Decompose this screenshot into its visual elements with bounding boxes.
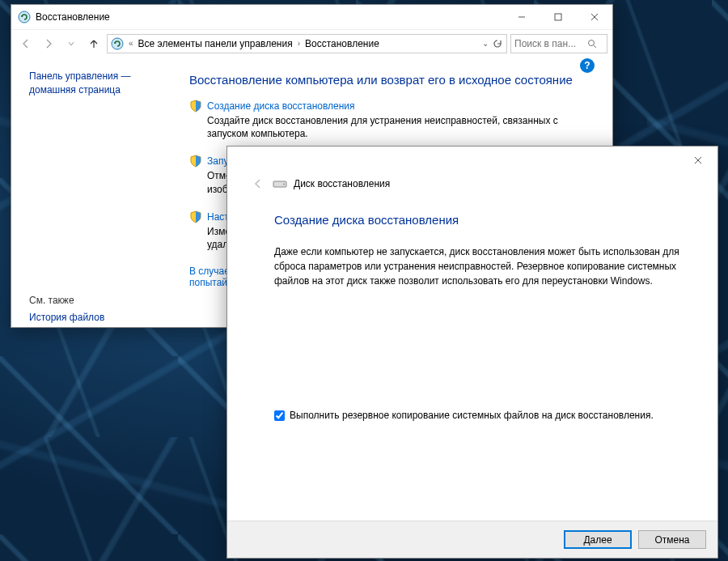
wizard-back-button[interactable] bbox=[250, 176, 266, 192]
control-panel-home-link[interactable]: Панель управления — домашняя страница bbox=[29, 70, 165, 97]
svg-point-0 bbox=[19, 11, 30, 23]
chevron-right-icon: › bbox=[298, 39, 300, 48]
section-link[interactable]: Наст bbox=[207, 211, 229, 223]
forward-button[interactable] bbox=[39, 34, 58, 53]
create-recovery-drive-link[interactable]: Создание диска восстановления bbox=[207, 100, 355, 112]
wizard-heading: Создание диска восстановления bbox=[274, 213, 685, 227]
help-icon[interactable]: ? bbox=[580, 58, 595, 73]
cancel-button[interactable]: Отмена bbox=[638, 530, 706, 549]
wizard-footer: Далее Отмена bbox=[227, 521, 717, 558]
chevron-down-icon[interactable]: ⌄ bbox=[482, 39, 489, 48]
shield-icon bbox=[189, 155, 202, 168]
up-button[interactable] bbox=[84, 34, 104, 53]
wizard-body: Создание диска восстановления Даже если … bbox=[227, 192, 717, 421]
search-input[interactable] bbox=[514, 38, 587, 49]
sidebar-text: домашняя страница bbox=[29, 84, 121, 96]
svg-line-7 bbox=[594, 45, 596, 48]
checkbox-label: Выполнить резервное копирование системны… bbox=[290, 410, 654, 421]
backup-system-files-checkbox[interactable] bbox=[274, 410, 285, 421]
recovery-app-icon bbox=[111, 37, 124, 50]
file-history-link[interactable]: История файлов bbox=[29, 311, 165, 325]
titlebar[interactable]: Восстановление bbox=[11, 5, 612, 29]
chevron-left-icon: « bbox=[129, 39, 133, 48]
see-also-label: См. также bbox=[29, 295, 165, 306]
svg-point-5 bbox=[112, 38, 123, 49]
window-title: Восстановление bbox=[36, 11, 503, 23]
nav-bar: « Все элементы панели управления › Восст… bbox=[11, 29, 612, 57]
section-description: Создайте диск восстановления для устране… bbox=[207, 114, 593, 140]
minimize-button[interactable] bbox=[503, 5, 540, 29]
breadcrumb-item[interactable]: Восстановление bbox=[305, 38, 379, 49]
refresh-icon[interactable] bbox=[492, 38, 503, 49]
recent-dropdown[interactable] bbox=[61, 34, 81, 53]
sidebar: Панель управления — домашняя страница См… bbox=[11, 57, 173, 327]
recovery-drive-wizard-window: Диск восстановления Создание диска восст… bbox=[226, 146, 718, 559]
search-box[interactable] bbox=[510, 34, 607, 53]
next-button[interactable]: Далее bbox=[564, 530, 632, 549]
sidebar-text: Панель управления — bbox=[29, 70, 131, 82]
page-heading: Восстановление компьютера или возврат ег… bbox=[189, 73, 593, 87]
wizard-description: Даже если компьютер не запускается, диск… bbox=[274, 244, 685, 288]
svg-point-11 bbox=[283, 184, 285, 185]
close-button[interactable] bbox=[682, 150, 714, 171]
wizard-header: Диск восстановления bbox=[227, 147, 717, 192]
svg-rect-2 bbox=[555, 14, 561, 20]
wizard-title: Диск восстановления bbox=[294, 178, 390, 189]
back-button[interactable] bbox=[16, 34, 36, 53]
maximize-button[interactable] bbox=[540, 5, 576, 29]
address-bar[interactable]: « Все элементы панели управления › Восст… bbox=[107, 34, 507, 53]
breadcrumb-item[interactable]: Все элементы панели управления bbox=[138, 38, 293, 49]
search-icon bbox=[587, 39, 597, 49]
backup-system-files-checkbox-row[interactable]: Выполнить резервное копирование системны… bbox=[274, 410, 685, 421]
shield-icon bbox=[189, 210, 202, 223]
close-button[interactable] bbox=[576, 5, 612, 29]
section-link[interactable]: Запу bbox=[207, 155, 228, 167]
shield-icon bbox=[189, 100, 202, 113]
section-create-recovery-drive: Создание диска восстановления Создайте д… bbox=[189, 100, 593, 140]
drive-icon bbox=[273, 178, 287, 189]
recovery-app-icon bbox=[18, 11, 31, 23]
svg-point-6 bbox=[589, 40, 595, 45]
